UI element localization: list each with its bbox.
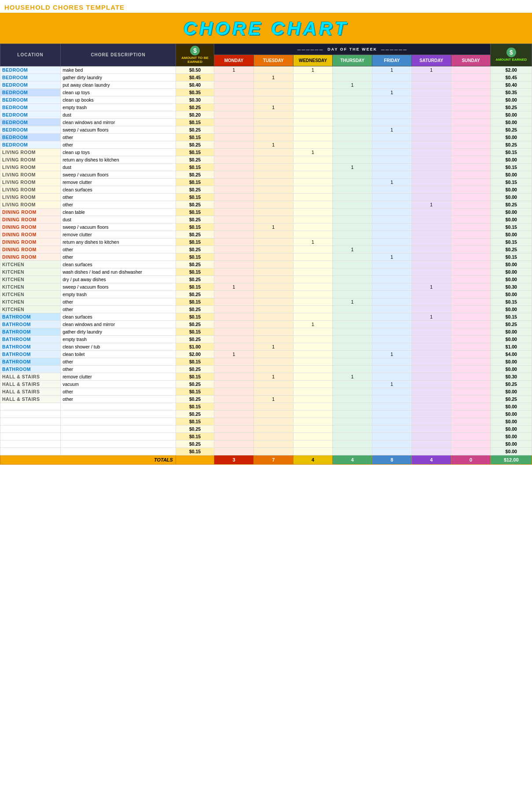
cell-tuesday	[253, 163, 293, 171]
cell-chore: dust	[61, 111, 176, 118]
cell-saturday	[411, 335, 451, 343]
cell-chore: dust	[61, 216, 176, 223]
table-row: BEDROOMdust$0.20$0.00	[0, 111, 532, 118]
cell-thursday	[333, 156, 372, 163]
cell-monday	[214, 201, 254, 208]
table-row: $0.25$0.00	[0, 425, 532, 433]
cell-sunday	[451, 440, 491, 447]
cell-chore: make bed	[61, 66, 176, 73]
cell-monday	[214, 103, 254, 111]
cell-thursday: 1	[333, 163, 372, 171]
cell-amount: $0.40	[176, 81, 214, 88]
cell-earned: $0.00	[491, 335, 532, 343]
cell-friday	[372, 223, 412, 231]
cell-sunday	[451, 178, 491, 186]
cell-monday	[214, 395, 254, 403]
cell-amount: $1.00	[176, 343, 214, 350]
table-row: LIVING ROOMdust$0.151$0.15	[0, 163, 532, 171]
cell-location: LIVING ROOM	[0, 178, 61, 186]
cell-friday	[372, 418, 412, 425]
cell-saturday	[411, 178, 451, 186]
cell-amount: $0.25	[176, 365, 214, 373]
cell-location: BATHROOM	[0, 350, 61, 358]
cell-sunday	[451, 118, 491, 126]
header-wednesday: WEDNESDAY	[293, 55, 333, 66]
table-row: $0.15$0.00	[0, 433, 532, 440]
cell-thursday	[333, 223, 372, 231]
cell-monday	[214, 275, 254, 283]
cell-sunday	[451, 96, 491, 103]
cell-thursday	[333, 186, 372, 193]
table-row: BATHROOMother$0.15$0.00	[0, 358, 532, 365]
cell-amount: $0.25	[176, 320, 214, 328]
cell-thursday	[333, 208, 372, 216]
cell-thursday	[333, 201, 372, 208]
cell-wednesday	[293, 178, 333, 186]
cell-sunday	[451, 433, 491, 440]
cell-thursday	[333, 350, 372, 358]
table-row: BATHROOMclean surfaces$0.151$0.15	[0, 313, 532, 320]
cell-saturday	[411, 223, 451, 231]
totals-sunday: 0	[451, 455, 491, 464]
cell-earned: $0.40	[491, 81, 532, 88]
cell-tuesday	[253, 126, 293, 133]
cell-wednesday	[293, 81, 333, 88]
cell-earned: $0.00	[491, 193, 532, 201]
cell-saturday	[411, 358, 451, 365]
table-row: KITCHENsweep / vacuum floors$0.1511$0.30	[0, 283, 532, 290]
cell-thursday	[333, 260, 372, 268]
cell-thursday	[333, 418, 372, 425]
cell-amount: $0.15	[176, 373, 214, 380]
cell-wednesday: 1	[293, 66, 333, 73]
cell-tuesday	[253, 298, 293, 305]
cell-location: BEDROOM	[0, 81, 61, 88]
cell-tuesday: 1	[253, 223, 293, 231]
cell-tuesday: 1	[253, 343, 293, 350]
cell-amount: $0.15	[176, 358, 214, 365]
cell-friday	[372, 343, 412, 350]
cell-sunday	[451, 418, 491, 425]
header-sunday: SUNDAY	[451, 55, 491, 66]
cell-earned: $0.00	[491, 208, 532, 216]
cell-monday	[214, 380, 254, 388]
cell-location: BEDROOM	[0, 96, 61, 103]
cell-saturday	[411, 193, 451, 201]
cell-wednesday: 1	[293, 148, 333, 156]
table-row: BEDROOMempty trash$0.251$0.25	[0, 103, 532, 111]
table-row: $0.15$0.00	[0, 418, 532, 425]
cell-saturday	[411, 156, 451, 163]
cell-earned: $0.00	[491, 260, 532, 268]
cell-location	[0, 403, 61, 410]
cell-chore	[61, 403, 176, 410]
cell-chore: remove clutter	[61, 373, 176, 380]
cell-saturday	[411, 141, 451, 148]
cell-friday	[372, 403, 412, 410]
cell-wednesday: 1	[293, 320, 333, 328]
cell-thursday	[333, 238, 372, 246]
cell-tuesday	[253, 238, 293, 246]
cell-amount: $0.20	[176, 111, 214, 118]
cell-earned: $0.35	[491, 88, 532, 96]
cell-wednesday	[293, 305, 333, 313]
cell-chore: wash dishes / load and run dishwasher	[61, 268, 176, 275]
cell-amount: $0.15	[176, 418, 214, 425]
cell-tuesday	[253, 320, 293, 328]
cell-saturday	[411, 260, 451, 268]
cell-thursday	[333, 388, 372, 395]
cell-saturday	[411, 290, 451, 298]
cell-friday	[372, 313, 412, 320]
cell-monday	[214, 373, 254, 380]
cell-monday	[214, 238, 254, 246]
cell-amount: $0.15	[176, 118, 214, 126]
cell-monday	[214, 141, 254, 148]
cell-saturday	[411, 208, 451, 216]
cell-chore: clean windows and mirror	[61, 118, 176, 126]
cell-friday	[372, 148, 412, 156]
cell-friday	[372, 395, 412, 403]
cell-friday: 1	[372, 66, 412, 73]
cell-location: KITCHEN	[0, 298, 61, 305]
cell-thursday	[333, 118, 372, 126]
cell-friday	[372, 201, 412, 208]
cell-friday	[372, 275, 412, 283]
table-row: LIVING ROOMclean up toys$0.151$0.15	[0, 148, 532, 156]
